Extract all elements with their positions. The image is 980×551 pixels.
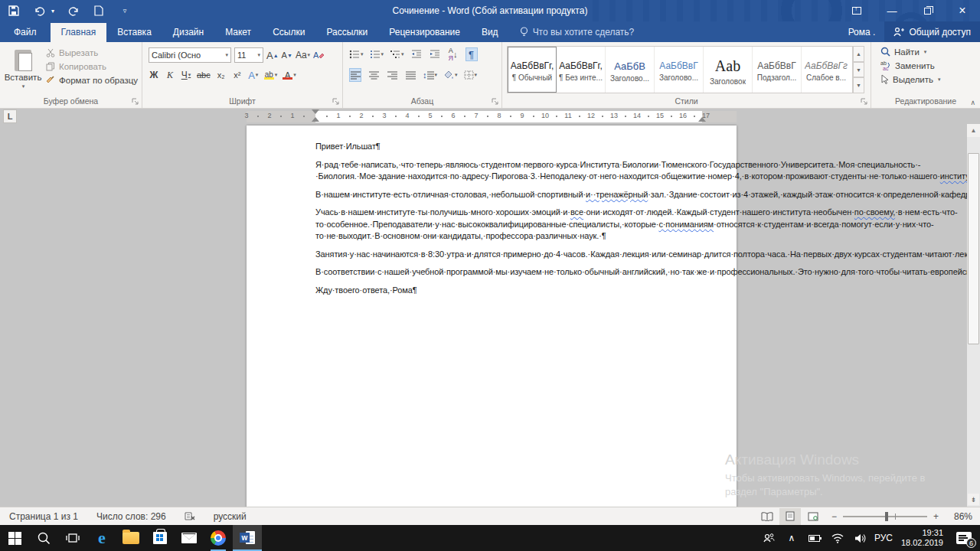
hanging-indent-marker[interactable] [312,117,319,122]
highlight-button[interactable]: ab▾ [264,68,278,82]
zoom-slider[interactable]: − + [831,511,939,522]
shrink-font-button[interactable]: A▼ [282,48,292,62]
edge-icon[interactable]: e [87,525,116,551]
paragraph[interactable]: Жду·твоего·ответа,·Рома¶ [315,285,702,297]
subscript-button[interactable]: x₂ [216,68,227,82]
print-layout-button[interactable] [779,508,801,525]
tab-layout[interactable]: Макет [214,23,262,42]
align-center-button[interactable] [368,68,380,82]
tab-file[interactable]: Файл [0,23,51,42]
styles-scroll-up-icon[interactable]: ▲ [853,46,864,62]
tab-view[interactable]: Вид [471,23,509,42]
share-button[interactable]: Общий доступ [884,21,980,42]
superscript-button[interactable]: x² [232,68,243,82]
borders-button[interactable]: ▾ [464,68,478,82]
start-button[interactable] [0,525,29,551]
tab-insert[interactable]: Вставка [106,23,162,42]
paragraph[interactable]: Занятия·у·нас·начинаются·в·8:30·утра·и·д… [315,249,702,261]
style-normal[interactable]: АаБбВвГг,¶ Обычный [508,47,557,93]
clipboard-dialog-launcher-icon[interactable] [132,98,139,106]
redo-icon[interactable] [65,3,80,18]
mail-icon[interactable] [175,525,204,551]
battery-icon[interactable] [805,525,825,551]
microsoft-store-icon[interactable] [145,525,175,551]
style-subtle-emphasis[interactable]: АаБбВвГгСлабое в... [802,47,851,93]
vertical-scrollbar[interactable]: ▲ ⇟ [967,124,980,507]
customize-qat-icon[interactable]: ▿ [117,3,132,18]
paste-dropdown-icon[interactable]: ▾ [22,83,25,90]
close-button[interactable]: × [945,0,980,21]
people-icon[interactable] [759,525,779,551]
sort-button[interactable]: АЯ↓ [447,47,459,61]
find-button[interactable]: Найти▾ [880,47,941,57]
style-subtitle[interactable]: АаБбВвГПодзагол... [753,47,802,93]
tab-design[interactable]: Дизайн [162,23,214,42]
paragraph-dialog-launcher-icon[interactable] [492,98,499,106]
document-icon[interactable] [91,3,106,18]
volume-icon[interactable] [851,525,871,551]
cut-button[interactable]: Вырезать [46,48,138,57]
tab-references[interactable]: Ссылки [262,23,315,42]
chrome-icon[interactable] [204,525,233,551]
language-indicator[interactable]: РУС [874,525,893,551]
copy-button[interactable]: Копировать [46,62,138,71]
word-taskbar-icon[interactable]: w [233,525,262,551]
font-family-combo[interactable]: Calibri (Осно▾ [149,47,231,63]
wifi-icon[interactable] [828,525,848,551]
change-case-button[interactable]: Aa▾ [296,48,310,62]
paragraph[interactable]: В·соответствии·с·нашей·учебной·программо… [315,266,702,279]
web-layout-button[interactable] [802,508,824,525]
next-page-icon[interactable]: ⇟ [968,494,979,505]
style-no-spacing[interactable]: АаБбВвГг,¶ Без инте... [557,47,606,93]
tab-review[interactable]: Рецензирование [378,23,471,42]
document-page[interactable]: Привет·Ильшат¶Я·рад·тебе·написать,·что·т… [247,126,737,507]
action-center-button[interactable]: 6 [951,525,977,551]
word-count[interactable]: Число слов: 296 [87,511,175,522]
tab-home[interactable]: Главная [51,23,107,42]
paragraph[interactable]: Привет·Ильшат¶ [315,141,702,153]
undo-icon[interactable] [32,3,47,18]
user-name[interactable]: Рома . [839,27,885,37]
style-heading1[interactable]: АаБбВЗаголово... [606,47,655,93]
first-line-indent-marker[interactable] [312,109,319,114]
tell-me-box[interactable]: Что вы хотите сделать? [520,27,635,42]
styles-dialog-launcher-icon[interactable] [861,98,868,106]
select-button[interactable]: Выделить▾ [880,74,941,84]
style-heading2[interactable]: АаБбВвГЗаголово... [655,47,704,93]
paragraph[interactable]: Я·рад·тебе·написать,·что·теперь·являюсь·… [315,159,702,183]
paste-button[interactable]: Вставить ▾ [5,47,41,96]
text-effects-button[interactable]: A▾ [248,68,259,82]
styles-more-icon[interactable]: ▼ [853,77,864,93]
undo-dropdown-icon[interactable]: ▾ [51,8,54,15]
page-indicator[interactable]: Страница 1 из 1 [0,511,87,522]
horizontal-ruler[interactable]: 3211234567891011121314151617 [247,111,737,122]
collapse-ribbon-icon[interactable]: ∧ [970,99,975,106]
clear-formatting-button[interactable]: A [313,48,325,62]
restore-button[interactable] [910,0,945,21]
line-spacing-button[interactable]: ↕▾ [423,68,437,82]
align-right-button[interactable] [386,68,398,82]
font-size-combo[interactable]: 11▾ [234,47,263,63]
italic-button[interactable]: К [165,68,175,82]
font-color-button[interactable]: А▾ [283,68,296,82]
align-left-button[interactable] [349,68,361,82]
show-formatting-marks-button[interactable]: ¶ [466,47,478,61]
underline-button[interactable]: Ч▾ [181,68,191,82]
shading-button[interactable]: ▾ [443,68,458,82]
numbering-button[interactable]: ▾ [370,47,384,61]
language-indicator[interactable]: русский [204,511,256,522]
replace-button[interactable]: abac Заменить [880,60,941,70]
styles-scroll-down-icon[interactable]: ▼ [853,62,864,78]
minimize-button[interactable]: — [874,0,910,21]
strikethrough-button[interactable]: abc [197,68,211,82]
justify-button[interactable] [404,68,416,82]
increase-indent-button[interactable] [429,47,441,61]
paragraph[interactable]: Учась·в·нашем·институте·ты·получишь·мног… [315,207,702,243]
scroll-up-icon[interactable]: ▲ [967,124,980,137]
read-mode-button[interactable] [756,508,778,525]
scrollbar-thumb[interactable] [968,153,979,344]
bold-button[interactable]: Ж [149,68,159,82]
document-text[interactable]: Привет·Ильшат¶Я·рад·тебе·написать,·что·т… [315,141,702,296]
search-button[interactable] [29,525,58,551]
clock[interactable]: 19:31 18.02.2019 [897,528,948,548]
